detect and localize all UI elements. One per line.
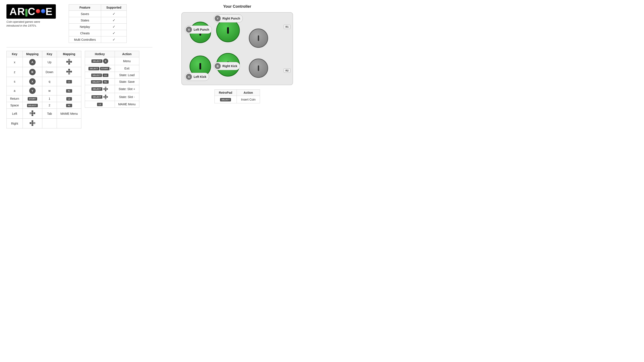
action-state-slot-minus: State: Slot - [115, 93, 139, 101]
map-mame-menu: MAME Menu [57, 109, 81, 119]
mapping2-header: Mapping [57, 51, 81, 57]
table-row: SELECT Insert Coin [214, 96, 260, 103]
map-b: B [23, 67, 42, 77]
select-icon: SELECT [92, 95, 102, 99]
right-punch-text: Right Punch [222, 17, 240, 20]
logo-letter-a: A [10, 5, 18, 17]
map-r2: R2 [57, 102, 81, 109]
table-row: States ✓ [69, 17, 127, 23]
key-mapping-table: Key Mapping Key Mapping x A Up [6, 51, 81, 128]
start-icon: START [100, 67, 110, 70]
logo-subtitle: Coin-operated games were introduced in t… [6, 20, 49, 28]
select-icon: SELECT [91, 80, 102, 84]
svg-rect-30 [105, 95, 106, 96]
gray-button-top-right [249, 28, 268, 48]
table-row: SELECT State [85, 93, 139, 101]
key-right: Right [7, 119, 23, 128]
svg-rect-32 [103, 96, 104, 98]
select-icon: SELECT [92, 59, 102, 63]
supported-cheats: ✓ [101, 30, 127, 36]
select-button-icon: SELECT [27, 104, 38, 107]
key-header: Key [7, 51, 23, 57]
left-kick-label: A Left Kick [185, 73, 209, 81]
b-badge: B [215, 63, 221, 69]
retropad-select: SELECT [214, 96, 236, 103]
table-row: SELECT X Menu [85, 57, 139, 65]
svg-rect-28 [105, 88, 106, 90]
action-header: Action [236, 90, 260, 96]
ball-blue-icon [41, 9, 45, 13]
joystick-icon [25, 9, 28, 16]
svg-rect-34 [105, 96, 106, 98]
svg-rect-18 [32, 120, 33, 122]
key-empty [42, 119, 57, 128]
map-dpad-down [57, 67, 81, 77]
table-row: Saves ✓ [69, 11, 127, 17]
logo-area: A R C E Coin-operated games were intr [6, 4, 56, 28]
key-space: Space [7, 102, 23, 109]
svg-rect-3 [70, 61, 72, 63]
dpad-icon [29, 110, 36, 116]
svg-rect-19 [32, 124, 33, 126]
start-button-icon: START [28, 97, 37, 101]
key-s: s [7, 77, 23, 86]
hotkey-combo: SELECT [92, 86, 108, 92]
a-badge: A [186, 74, 192, 80]
r1-shoulder-label: R1 [284, 25, 290, 29]
svg-rect-16 [32, 112, 33, 114]
controller-title: Your Controller [223, 4, 251, 9]
dpad-plus-icon [103, 86, 108, 92]
table-row: Left Tab MAME Menu [7, 109, 81, 119]
table-row: Return START 1 L2 [7, 95, 81, 102]
supported-col-header: Supported [101, 4, 127, 11]
right-punch-label: Y Right Punch [214, 14, 243, 22]
feature-netplay: Netplay [69, 23, 101, 30]
svg-rect-13 [32, 114, 33, 116]
key-tab: Tab [42, 109, 57, 119]
map-r1: R1 [57, 86, 81, 95]
hotkey-combo: SELECT [92, 94, 108, 99]
retropad-table: RetroPad Action SELECT Insert Coin [214, 89, 260, 103]
map-dpad-left [23, 109, 42, 119]
map-select: SELECT [23, 102, 42, 109]
supported-netplay: ✓ [101, 23, 127, 30]
select-icon: SELECT [91, 73, 102, 77]
gray-button-bottom-right [249, 58, 268, 78]
logo-box: A R C E [6, 4, 56, 19]
x-icon: X [103, 58, 108, 64]
action-menu: Menu [115, 57, 139, 65]
y-badge: Y [215, 15, 221, 21]
map-empty [57, 119, 81, 128]
map-dpad-right [23, 119, 42, 128]
map-a: A [23, 57, 42, 67]
svg-rect-9 [70, 71, 72, 72]
table-row: Space SELECT 2 R2 [7, 102, 81, 109]
key2-header: Key [42, 51, 57, 57]
table-row: L2 MAME Menu [85, 101, 139, 108]
table-row: SELECT State [85, 85, 139, 93]
x-badge: X [186, 26, 192, 32]
svg-rect-22 [32, 122, 33, 124]
left-punch-text: Left Punch [194, 28, 209, 31]
svg-rect-10 [68, 71, 70, 72]
hotkey-select-r1: SELECT R1 [85, 78, 115, 85]
feature-states: States [69, 17, 101, 23]
r1-icon: R1 [102, 80, 108, 84]
key-w: w [42, 86, 57, 95]
svg-rect-15 [34, 112, 35, 114]
key-up: Up [42, 57, 57, 67]
table-row: x A Up [7, 57, 81, 67]
l2-button-icon: L2 [66, 97, 72, 101]
select-button: SELECT [220, 98, 231, 101]
svg-rect-6 [68, 69, 70, 70]
map-dpad-up [57, 57, 81, 67]
l1-icon: L1 [102, 73, 108, 77]
divider [6, 47, 152, 47]
dpad-icon [66, 58, 72, 65]
mapping-header: Mapping [23, 51, 42, 57]
feature-saves: Saves [69, 11, 101, 17]
table-row: SELECT L1 State: Load [85, 72, 139, 78]
key-2: 2 [42, 102, 57, 109]
action-header: Action [115, 51, 139, 57]
key-q: q [42, 77, 57, 86]
